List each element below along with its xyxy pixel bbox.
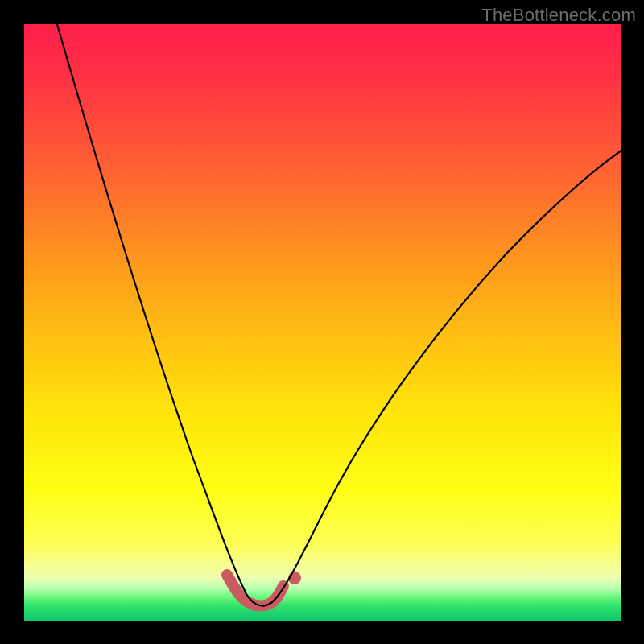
chart-stage: TheBottleneck.com xyxy=(0,0,644,644)
bottleneck-curve xyxy=(55,24,621,606)
plot-area xyxy=(24,24,621,621)
optimal-range-highlight xyxy=(227,575,283,606)
curve-layer xyxy=(24,24,621,621)
watermark-text: TheBottleneck.com xyxy=(481,5,636,26)
